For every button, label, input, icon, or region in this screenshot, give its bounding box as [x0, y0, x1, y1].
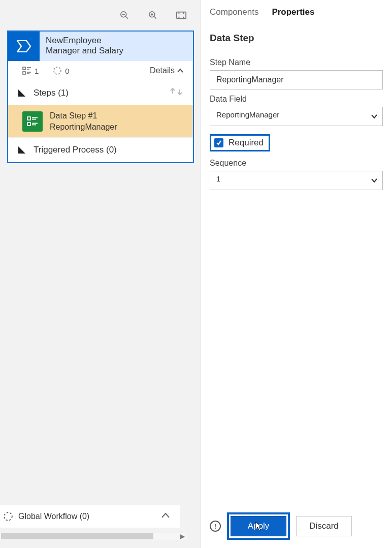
checkbox-checked-icon[interactable]	[214, 138, 223, 147]
tab-properties[interactable]: Properties	[272, 7, 314, 19]
chevron-up-icon[interactable]	[160, 512, 171, 521]
step-name-input[interactable]	[210, 70, 383, 89]
collapse-triangle-icon[interactable]	[17, 145, 26, 155]
data-field-select[interactable]: ReportingManager	[210, 107, 383, 126]
stage-title-line1: NewEmployee	[46, 36, 123, 46]
global-workflow-label: Global Workflow (0)	[18, 512, 89, 521]
data-step-subtitle: ReportingManager	[50, 121, 117, 133]
dashed-circle-icon	[3, 511, 13, 522]
sequence-label: Sequence	[210, 159, 383, 168]
stage-pending-count: 0	[53, 66, 69, 75]
svg-rect-22	[27, 123, 30, 126]
svg-line-1	[126, 17, 128, 19]
details-toggle[interactable]: Details	[150, 66, 184, 75]
sequence-select[interactable]: 1	[210, 171, 383, 190]
data-field-label: Data Field	[210, 95, 383, 104]
reorder-arrows-icon[interactable]	[169, 86, 184, 99]
stage-chevron-icon	[8, 32, 40, 61]
step-name-label: Step Name	[210, 58, 383, 67]
svg-point-18	[54, 67, 61, 74]
apply-button[interactable]: Apply	[231, 516, 286, 536]
data-step-icon	[22, 111, 43, 132]
collapse-triangle-icon[interactable]	[17, 88, 26, 98]
svg-line-4	[154, 17, 156, 19]
stage-title-line2: Manager and Salary	[46, 46, 123, 56]
scrollbar-thumb[interactable]	[1, 533, 153, 539]
info-icon[interactable]: !	[210, 521, 221, 532]
svg-point-25	[4, 512, 12, 521]
svg-rect-15	[23, 72, 25, 74]
discard-button[interactable]: Discard	[296, 516, 352, 536]
triggered-process-label: Triggered Process (0)	[34, 145, 117, 155]
horizontal-scrollbar[interactable]: ▶	[0, 533, 187, 540]
required-checkbox-row[interactable]: Required	[210, 134, 270, 151]
fit-screen-icon[interactable]	[176, 10, 187, 21]
steps-section-label: Steps (1)	[34, 88, 69, 98]
stage-card[interactable]: NewEmployee Manager and Salary 1	[7, 31, 194, 163]
zoom-in-icon[interactable]	[147, 10, 158, 21]
zoom-out-icon[interactable]	[119, 10, 130, 21]
stage-steps-count: 1	[22, 67, 39, 75]
svg-rect-7	[177, 12, 186, 19]
panel-section-title: Data Step	[210, 33, 383, 44]
svg-rect-12	[23, 67, 25, 70]
scroll-right-arrow-icon[interactable]: ▶	[178, 533, 187, 540]
data-step-title: Data Step #1	[50, 110, 117, 121]
required-label: Required	[228, 138, 264, 148]
global-workflow-bar[interactable]: Global Workflow (0)	[0, 505, 180, 528]
data-step-row[interactable]: Data Step #1 ReportingManager	[8, 105, 193, 137]
svg-rect-19	[27, 117, 30, 120]
tab-components[interactable]: Components	[210, 7, 258, 19]
